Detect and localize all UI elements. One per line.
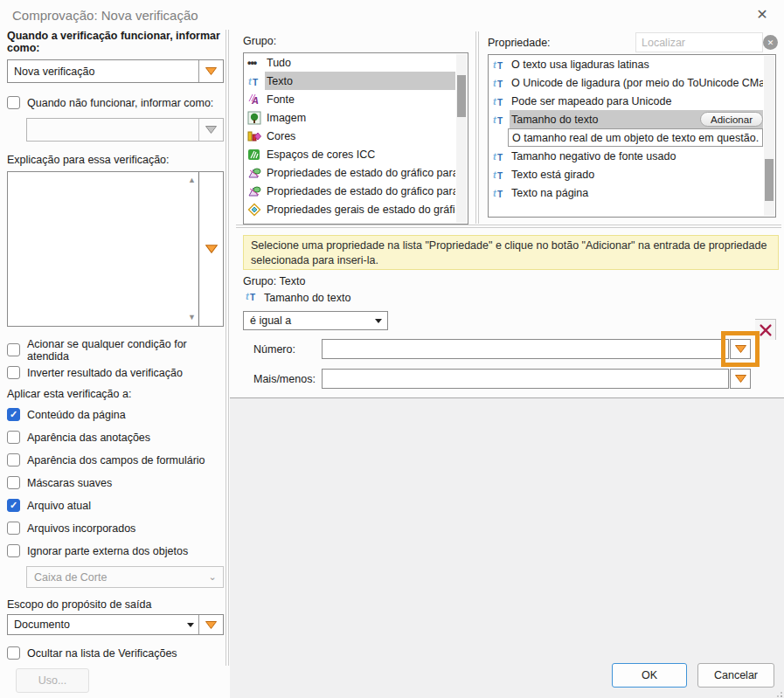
output-intent-scope-value: Documento: [8, 619, 185, 631]
search-clear-icon[interactable]: ✕: [763, 35, 778, 50]
info-message: Selecione uma propriedade na lista "Prop…: [243, 235, 779, 270]
checkbox-box[interactable]: [7, 408, 20, 421]
checkbox-annotation-appearance[interactable]: Aparência das anotações: [7, 430, 224, 445]
checkbox-label: Quando não funcionar, informar como:: [27, 97, 213, 109]
text-icon: tT: [492, 168, 510, 182]
checkbox-soft-masks[interactable]: Máscaras suaves: [7, 475, 224, 490]
checkbox-label: Aparência dos campos de formulário: [27, 454, 205, 466]
cancel-button[interactable]: Cancelar: [697, 663, 774, 688]
checkbox-fire-any-condition[interactable]: Acionar se qualquer condição for atendid…: [7, 342, 224, 357]
checkbox-box[interactable]: [7, 476, 20, 489]
checkbox-label: Arquivos incorporados: [27, 522, 135, 535]
checkbox-label: Conteúdo da página: [27, 409, 126, 421]
prop-item-description: O tamanho real de um objeto de texto em …: [508, 128, 763, 147]
prop-item-ligaduras[interactable]: tT O texto usa ligaduras latinas: [489, 55, 775, 73]
checkbox-page-content[interactable]: Conteúdo da página: [7, 407, 224, 422]
fire-report-dropdown[interactable]: Nova verificação: [7, 59, 224, 83]
output-intent-scope-dropdown[interactable]: Documento: [7, 614, 224, 635]
checkbox-form-field-appearance[interactable]: Aparência dos campos de formulário: [7, 453, 224, 467]
checkbox-current-file[interactable]: Arquivo atual: [7, 498, 224, 513]
checkbox-box[interactable]: [7, 96, 20, 109]
fire-report-value: Nova verificação: [8, 66, 198, 78]
explanation-dropdown-button[interactable]: [199, 172, 223, 326]
grupo-scrollbar-thumb[interactable]: [457, 75, 466, 117]
prop-item-label: Pode ser mapeado para Unicode: [510, 92, 763, 110]
prop-item-tamanho-negativo[interactable]: tT Tamanho negativo de fonte usado: [489, 147, 775, 165]
scroll-up-icon[interactable]: ▲: [188, 176, 196, 184]
grupo-item-fonte[interactable]: A Fonte: [244, 90, 468, 108]
svg-text:A: A: [251, 95, 259, 106]
image-icon: [247, 111, 265, 125]
checkbox-box[interactable]: [7, 366, 20, 379]
checkbox-box[interactable]: [7, 522, 20, 535]
explanation-textarea[interactable]: [8, 172, 198, 326]
grupo-item-prop-estado-grafico-1[interactable]: Propriedades de estado do gráfico para: [244, 163, 468, 182]
grupo-scrollbar[interactable]: [456, 54, 467, 223]
checkbox-box[interactable]: [7, 431, 20, 444]
propriedade-scrollbar-thumb[interactable]: [765, 159, 774, 201]
apply-to-label: Aplicar esta verificação a:: [7, 388, 224, 400]
checkbox-invert-result[interactable]: Inverter resultado da verificação: [7, 365, 224, 380]
icc-colorspace-icon: [247, 148, 265, 162]
propriedade-scrollbar[interactable]: [764, 56, 774, 216]
grupo-item-cores[interactable]: Cores: [244, 127, 468, 145]
grupo-item-tudo[interactable]: ••• Tudo: [244, 53, 468, 72]
text-icon: tT: [492, 58, 510, 72]
checkbox-label: Arquivo atual: [27, 500, 91, 512]
grupo-item-label: Imagem: [265, 108, 455, 127]
gray-dropdown-arrow-icon: [199, 126, 223, 134]
bottom-gray-region: [230, 398, 784, 698]
prop-item-texto-girado[interactable]: tT Texto está girado: [489, 165, 775, 183]
checkbox-embedded-files[interactable]: Arquivos incorporados: [7, 521, 224, 536]
condition-dropdown[interactable]: é igual a: [243, 311, 388, 330]
maismenos-input[interactable]: [322, 369, 729, 389]
add-button[interactable]: Adicionar: [700, 112, 763, 127]
grupo-item-prop-estado-grafico-2[interactable]: Propriedades de estado do gráfico para: [244, 182, 468, 200]
checkbox-ignore-outside-objects[interactable]: Ignorar parte externa dos objetos: [7, 543, 224, 558]
maismenos-label: Mais/menos:: [253, 373, 316, 385]
maismenos-dropdown-button[interactable]: [730, 369, 751, 389]
resize-grip[interactable]: [773, 688, 783, 698]
checkbox-box[interactable]: [7, 499, 20, 512]
text-icon: tT: [492, 149, 510, 163]
svg-text:T: T: [497, 153, 503, 162]
checkbox-box[interactable]: [7, 544, 20, 557]
svg-text:T: T: [497, 190, 503, 199]
checkbox-hide-in-checks-list[interactable]: Ocultar na lista de Verificações: [7, 646, 224, 660]
prop-item-unicode-ligadura[interactable]: tT O Unicode de ligadura (por meio do To…: [489, 73, 775, 92]
delete-condition-button[interactable]: [755, 319, 776, 340]
checkbox-box[interactable]: [7, 646, 20, 660]
numero-dropdown-button[interactable]: [730, 339, 751, 359]
preflight-new-check-dialog: Comprovação: Nova verificação ✕ Quando a…: [0, 0, 784, 698]
grupo-item-label: Cores: [265, 127, 455, 145]
checkbox-box[interactable]: [7, 343, 20, 356]
grupo-item-texto[interactable]: tT Texto: [244, 72, 468, 90]
grupo-item-espacos-icc[interactable]: Espaços de cores ICC: [244, 145, 468, 163]
prop-item-mapeado-unicode[interactable]: tT Pode ser mapeado para Unicode: [489, 92, 775, 110]
checkbox-label: Aparência das anotações: [27, 432, 150, 444]
grupo-item-label: Propriedades gerais de estado do gráfico: [265, 200, 455, 218]
checkbox-label: Ignorar parte externa dos objetos: [27, 545, 188, 557]
search-input[interactable]: [635, 32, 763, 52]
prop-item-label: Tamanho negativo de fonte usado: [510, 147, 763, 165]
graphic-state-icon: [247, 184, 265, 198]
checkbox-box[interactable]: [7, 453, 20, 466]
prop-item-label: Texto na página: [510, 183, 763, 202]
usage-button[interactable]: Uso...: [16, 668, 89, 693]
grupo-item-imagem[interactable]: Imagem: [244, 108, 468, 127]
checkbox-label: Ocultar na lista de Verificações: [27, 647, 177, 660]
dialog-title: Comprovação: Nova verificação: [12, 8, 198, 23]
checkbox-nofire-report[interactable]: Quando não funcionar, informar como:: [7, 95, 224, 110]
grupo-item-label: Fonte: [265, 90, 455, 108]
vertical-divider-lists: [475, 31, 479, 224]
scroll-down-icon[interactable]: ▼: [188, 314, 196, 321]
ok-button[interactable]: OK: [612, 663, 687, 688]
prop-item-tamanho-texto[interactable]: tT Tamanho do texto Adicionar: [489, 110, 775, 128]
horizontal-divider-top: [236, 225, 781, 228]
text-icon: tT: [492, 113, 510, 127]
prop-item-texto-pagina[interactable]: tT Texto na página: [489, 183, 775, 202]
propriedade-label: Propriedade:: [488, 37, 551, 49]
numero-input[interactable]: [322, 339, 729, 359]
grupo-item-prop-gerais-grafico[interactable]: Propriedades gerais de estado do gráfico: [244, 200, 468, 218]
close-icon[interactable]: ✕: [753, 6, 772, 23]
